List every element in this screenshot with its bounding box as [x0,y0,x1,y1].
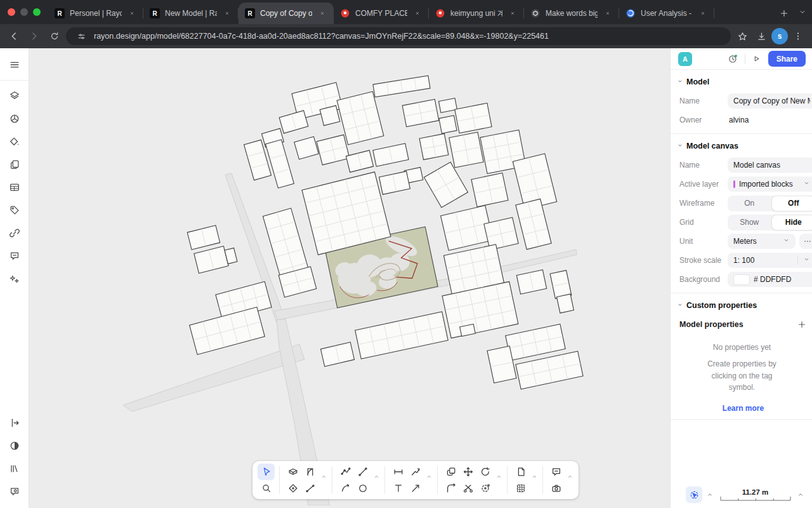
arrow-tool[interactable] [407,480,424,497]
wireframe-on-option[interactable]: On [728,196,771,211]
browser-tab-1[interactable]: RPersonel | Rayon [48,3,143,24]
background-color-input[interactable]: # DDFDFD [728,272,812,287]
user-avatar[interactable]: A [678,52,692,66]
wall-tool[interactable] [284,464,301,480]
active-layer-select[interactable]: Imported blocks [728,177,812,192]
block-tool[interactable] [284,480,301,497]
back-button[interactable] [5,27,23,45]
learn-more-link[interactable]: Learn more [674,404,812,413]
layout-tool[interactable] [512,480,529,497]
tool-group-expand-chevron[interactable] [495,471,502,483]
arc-tool[interactable] [337,480,354,497]
building[interactable] [557,294,574,313]
building[interactable] [419,133,449,159]
grid-show-option[interactable]: Show [728,215,771,231]
downloads-icon[interactable] [752,27,770,45]
tab-search-chevron[interactable] [793,0,812,24]
copy-tool[interactable] [442,464,459,480]
sidebar-feedback-icon[interactable] [4,481,25,502]
sidebar-export-icon[interactable] [4,413,25,433]
browser-tab-5[interactable]: keimyung uni 계명 [429,3,524,24]
tool-group-expand-chevron[interactable] [531,471,538,483]
sidebar-sparkles-icon[interactable] [4,269,25,289]
sidebar-table-icon[interactable] [4,177,25,197]
zoom-window-button[interactable] [33,8,41,16]
address-field[interactable]: rayon.design/app/model/68227704-0a7c-418… [66,27,731,45]
sidebar-pages-icon[interactable] [4,154,25,175]
tool-group-expand-chevron[interactable] [426,471,433,483]
unit-select[interactable]: Meters [728,234,796,249]
chevron-up-icon[interactable] [796,487,806,502]
minimize-window-button[interactable] [20,8,28,16]
add-property-button[interactable] [794,317,809,332]
rotate-tool[interactable] [476,464,494,480]
tab-close-icon[interactable] [412,8,422,18]
tab-close-icon[interactable] [127,8,137,18]
tab-close-icon[interactable] [508,8,518,18]
circle-tool[interactable] [354,480,371,497]
unit-more-button[interactable] [799,234,812,249]
model-canvas-viewport[interactable] [29,48,670,508]
browser-tab-4[interactable]: COMFY PLACE | W [334,3,429,24]
history-icon[interactable] [726,51,741,67]
array-tool[interactable] [476,480,494,497]
site-settings-icon[interactable] [74,29,89,44]
leader-tool[interactable] [407,464,424,480]
building[interactable] [471,173,508,206]
sidebar-tag-icon[interactable] [4,200,25,220]
sidebar-comment-icon[interactable] [4,246,25,266]
browser-tab-6[interactable]: Make words bigge [524,3,619,24]
sidebar-materials-icon[interactable] [4,131,25,152]
wireframe-off-option[interactable]: Off [771,196,812,211]
comment2-tool[interactable] [547,464,565,480]
browser-menu-icon[interactable] [789,27,807,45]
close-window-button[interactable] [8,8,15,16]
new-tab-button[interactable] [775,4,793,22]
tool-group-expand-chevron[interactable] [566,471,573,483]
grid-hide-option[interactable]: Hide [771,215,812,231]
bookmark-star-icon[interactable] [733,27,751,45]
text-tool[interactable] [390,480,407,497]
reload-button[interactable] [46,27,63,45]
sidebar-layers-icon[interactable] [4,86,25,106]
page-tool[interactable] [512,464,529,480]
browser-tab-7[interactable]: User Analysis - 43 [619,3,714,24]
building[interactable] [449,132,483,168]
trim-tool[interactable] [459,480,476,497]
sidebar-menu-icon[interactable] [4,55,25,75]
snapshot-tool[interactable] [547,480,565,497]
browser-profile-avatar[interactable]: s [771,28,788,44]
forward-button[interactable] [25,27,43,45]
dimension-tool[interactable] [390,464,407,480]
select-tool[interactable] [258,464,275,480]
model-section-header[interactable]: Model [677,72,812,91]
tab-close-icon[interactable] [222,8,232,18]
sidebar-blocks-icon[interactable] [4,109,25,129]
sidebar-library-icon[interactable] [4,458,25,479]
color-swatch[interactable] [733,274,750,285]
present-play-icon[interactable] [749,51,764,67]
tab-close-icon[interactable] [317,8,327,18]
move-tool[interactable] [459,464,476,480]
chevron-up-icon[interactable] [705,487,715,502]
section-tool[interactable] [301,480,318,497]
sidebar-link-icon[interactable] [4,223,25,243]
tab-close-icon[interactable] [698,8,708,18]
building[interactable] [320,105,340,126]
site-plan-drawing[interactable] [29,48,670,505]
model-name-input[interactable]: Copy of Copy of New M… [728,93,812,109]
line-tool[interactable] [354,464,371,480]
fillet-tool[interactable] [442,480,459,497]
stroke-scale-select[interactable]: 1: 100 [728,253,812,268]
snapping-button[interactable] [686,486,702,503]
door-tool[interactable] [301,464,318,480]
sidebar-contrast-icon[interactable] [4,436,25,456]
custom-properties-section-header[interactable]: Custom properties [677,296,812,315]
canvas-name-input[interactable]: Model canvas [728,157,812,173]
url-text[interactable]: rayon.design/app/model/68227704-0a7c-418… [94,32,723,41]
tool-group-expand-chevron[interactable] [373,471,380,483]
building[interactable] [439,116,457,133]
tab-close-icon[interactable] [603,8,613,18]
polyline-tool[interactable] [337,464,354,480]
model-canvas-section-header[interactable]: Model canvas [677,137,812,156]
